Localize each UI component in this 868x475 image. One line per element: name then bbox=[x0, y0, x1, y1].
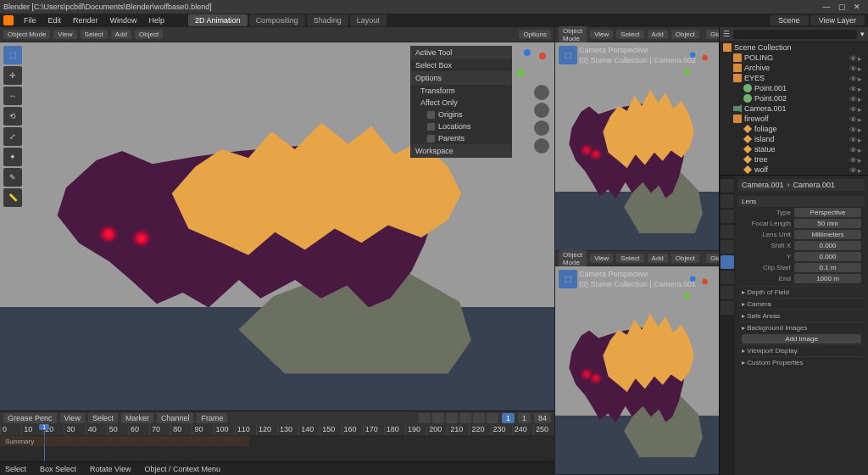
timeline-body[interactable]: 0102030405060708090100110120130140150160… bbox=[0, 425, 554, 461]
prop-value[interactable]: 1000 m bbox=[794, 274, 861, 283]
outliner-item[interactable]: firewolf👁▸ bbox=[721, 114, 866, 124]
workspace-tab-layout[interactable]: Layout bbox=[350, 14, 387, 26]
visibility-icon[interactable]: 👁 bbox=[849, 146, 856, 153]
outliner-item[interactable]: foliage👁▸ bbox=[721, 124, 866, 134]
outliner-item[interactable]: POLING👁▸ bbox=[721, 53, 866, 63]
vp3-mode[interactable]: Object Mode bbox=[559, 250, 587, 267]
outliner-item[interactable]: Archive👁▸ bbox=[721, 63, 866, 73]
selectable-icon[interactable]: ▸ bbox=[858, 115, 865, 122]
main-viewport[interactable]: ⬚ ✛ ↔ ⟲ ⤢ ✦ ✎ 📏 Active Tool bbox=[0, 42, 554, 411]
outliner-item[interactable]: tree👁▸ bbox=[721, 154, 866, 165]
visibility-icon[interactable]: 👁 bbox=[849, 54, 856, 61]
vp3-select[interactable]: Select bbox=[616, 254, 643, 263]
menu-select[interactable]: Select bbox=[81, 30, 108, 39]
select-box-tool[interactable]: ⬚ bbox=[3, 46, 22, 64]
collapsed-section[interactable]: ▸ Safe Areas bbox=[738, 310, 865, 321]
vp3-select-tool[interactable]: ⬚ bbox=[559, 270, 577, 288]
selectable-icon[interactable]: ▸ bbox=[858, 126, 865, 132]
prop-tab-output[interactable] bbox=[721, 194, 734, 208]
measure-tool[interactable]: 📏 bbox=[3, 188, 22, 207]
end-frame[interactable]: 84 bbox=[534, 413, 551, 423]
tl-select[interactable]: Select bbox=[88, 413, 118, 423]
rotate-tool[interactable]: ⟲ bbox=[3, 107, 22, 126]
filter-icon[interactable]: ▾ bbox=[860, 30, 865, 38]
tl-frame[interactable]: Frame bbox=[197, 413, 227, 423]
prop-tab-world[interactable] bbox=[721, 240, 734, 254]
viewport-2[interactable]: ⬚ Camera Perspective(0) Scene Collection… bbox=[555, 42, 719, 250]
workspace-tab-shading[interactable]: Shading bbox=[307, 14, 348, 26]
origins-checkbox[interactable] bbox=[427, 111, 435, 119]
section-lens[interactable]: Lens bbox=[738, 196, 865, 207]
next-key-button[interactable] bbox=[473, 413, 485, 423]
prop-value[interactable]: 0.1 m bbox=[794, 263, 861, 272]
prop-tab-constraints[interactable] bbox=[721, 301, 734, 315]
maximize-button[interactable]: ▢ bbox=[834, 1, 849, 13]
play-reverse-button[interactable] bbox=[446, 413, 458, 423]
tl-view[interactable]: View bbox=[60, 413, 85, 423]
selectable-icon[interactable]: ▸ bbox=[858, 136, 865, 142]
visibility-icon[interactable]: 👁 bbox=[849, 85, 856, 92]
selectable-icon[interactable]: ▸ bbox=[858, 54, 865, 61]
timeline-mode[interactable]: Grease Penc bbox=[3, 413, 57, 423]
visibility-icon[interactable]: 👁 bbox=[849, 95, 856, 102]
menu-window[interactable]: Window bbox=[105, 14, 142, 26]
menu-help[interactable]: Help bbox=[144, 14, 170, 26]
collapsed-section[interactable]: ▸ Background Images bbox=[738, 321, 865, 333]
prop-tab-scene[interactable] bbox=[721, 225, 734, 238]
outliner-item[interactable]: EYES👁▸ bbox=[721, 73, 866, 83]
n-panel-active-tool-head[interactable]: Active Tool bbox=[410, 46, 512, 59]
prop-value[interactable]: 0.000 bbox=[794, 241, 861, 250]
vp2-mode[interactable]: Object Mode bbox=[559, 26, 587, 43]
outliner-root[interactable]: Scene Collection bbox=[721, 42, 866, 53]
collapsed-section[interactable]: ▸ Depth of Field bbox=[738, 286, 865, 298]
perspective-toggle-icon[interactable] bbox=[534, 138, 549, 154]
collapsed-section[interactable]: ▸ Custom Properties bbox=[738, 356, 865, 368]
n-panel-workspace-head[interactable]: Workspace bbox=[410, 144, 512, 158]
vp3-add[interactable]: Add bbox=[648, 254, 668, 263]
close-button[interactable]: ✕ bbox=[849, 1, 865, 13]
selectable-icon[interactable]: ▸ bbox=[858, 85, 865, 92]
prop-tab-object-data[interactable] bbox=[721, 255, 734, 269]
visibility-icon[interactable]: 👁 bbox=[849, 75, 856, 81]
selectable-icon[interactable]: ▸ bbox=[858, 146, 865, 153]
collapsed-section[interactable]: ▸ Viewport Display bbox=[738, 344, 865, 356]
prop-tab-physics[interactable] bbox=[721, 286, 734, 299]
tl-channel[interactable]: Channel bbox=[157, 413, 194, 423]
visibility-icon[interactable]: 👁 bbox=[849, 166, 856, 173]
scene-selector[interactable]: Scene bbox=[770, 15, 809, 25]
zoom-icon[interactable] bbox=[534, 85, 549, 100]
prop-tab-modifiers[interactable] bbox=[721, 271, 734, 284]
selectable-icon[interactable]: ▸ bbox=[858, 75, 865, 81]
add-image-button[interactable]: Add Image bbox=[742, 334, 861, 344]
viewlayer-selector[interactable]: View Layer bbox=[810, 15, 865, 25]
cursor-tool[interactable]: ✛ bbox=[3, 66, 22, 85]
summary-row[interactable]: Summary bbox=[0, 436, 249, 446]
menu-edit[interactable]: Edit bbox=[43, 14, 67, 26]
props-breadcrumb[interactable]: Camera.001 › Camera.001 bbox=[738, 179, 865, 191]
parents-checkbox[interactable] bbox=[427, 135, 435, 142]
prop-value[interactable]: 0.000 bbox=[794, 252, 861, 261]
transform-tool[interactable]: ✦ bbox=[3, 148, 22, 166]
workspace-tab-compositing[interactable]: Compositing bbox=[249, 14, 305, 26]
vp3-view[interactable]: View bbox=[590, 254, 613, 263]
selectable-icon[interactable]: ▸ bbox=[858, 64, 865, 71]
visibility-icon[interactable]: 👁 bbox=[849, 64, 856, 71]
outliner-item[interactable]: wolf👁▸ bbox=[721, 165, 866, 175]
scale-tool[interactable]: ⤢ bbox=[3, 127, 22, 146]
visibility-icon[interactable]: 👁 bbox=[849, 105, 856, 112]
collapsed-section[interactable]: ▸ Camera bbox=[738, 298, 865, 310]
jump-start-button[interactable] bbox=[419, 413, 431, 423]
selectable-icon[interactable]: ▸ bbox=[858, 156, 865, 163]
menu-render[interactable]: Render bbox=[68, 14, 103, 26]
selectable-icon[interactable]: ▸ bbox=[858, 95, 865, 102]
prop-tab-render[interactable] bbox=[721, 179, 734, 193]
visibility-icon[interactable]: 👁 bbox=[849, 115, 856, 122]
tl-marker[interactable]: Marker bbox=[121, 413, 153, 423]
selectable-icon[interactable]: ▸ bbox=[858, 166, 865, 173]
menu-view[interactable]: View bbox=[53, 30, 76, 39]
outliner-search[interactable] bbox=[733, 30, 857, 39]
vp3-gizmo[interactable] bbox=[683, 275, 710, 302]
prev-key-button[interactable] bbox=[432, 413, 444, 423]
vp2-select[interactable]: Select bbox=[616, 30, 643, 39]
pan-icon[interactable] bbox=[534, 103, 549, 118]
